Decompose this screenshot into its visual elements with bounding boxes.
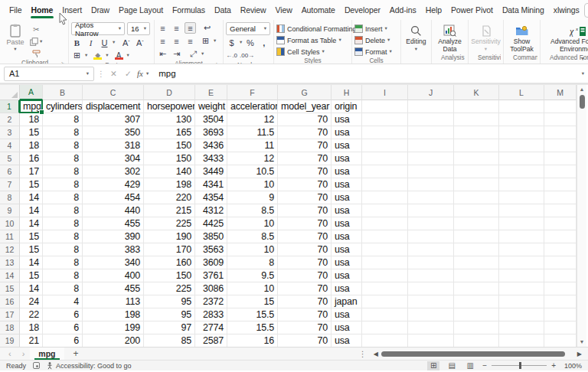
cell-B14[interactable]: 8: [43, 269, 83, 282]
tab-file[interactable]: File: [6, 0, 25, 20]
italic-button[interactable]: I: [85, 37, 96, 48]
cell-A1[interactable]: mpg: [20, 100, 43, 113]
cell-B4[interactable]: 8: [43, 139, 83, 152]
accessibility-status[interactable]: Accessibility: Good to go: [47, 362, 132, 370]
font-color-dropdown-chevron[interactable]: ▾: [127, 53, 129, 58]
cell-J10[interactable]: [408, 217, 454, 230]
row-header-5[interactable]: 5: [0, 152, 20, 165]
cell-E14[interactable]: 3761: [195, 269, 227, 282]
horizontal-scrollbar[interactable]: [381, 351, 574, 357]
cell-J1[interactable]: [408, 100, 454, 113]
cell-H14[interactable]: usa: [332, 269, 362, 282]
select-all-corner[interactable]: [0, 85, 20, 100]
enter-button[interactable]: ✓: [122, 69, 134, 78]
cell-E12[interactable]: 3563: [195, 243, 227, 256]
cell-F15[interactable]: 10: [227, 282, 278, 295]
cell-C6[interactable]: 302: [83, 165, 144, 178]
column-header-J[interactable]: J: [408, 85, 454, 100]
cell-D15[interactable]: 225: [144, 282, 195, 295]
cell-H8[interactable]: usa: [332, 191, 362, 204]
row-header-9[interactable]: 9: [0, 204, 20, 217]
cell-M16[interactable]: [544, 295, 577, 308]
sensitivity-button[interactable]: Sensitivity ▾: [471, 22, 501, 51]
cell-K4[interactable]: [454, 139, 499, 152]
tab-developer[interactable]: Developer: [341, 0, 384, 20]
cell-H15[interactable]: usa: [332, 282, 362, 295]
cell-L12[interactable]: [499, 243, 544, 256]
cell-J11[interactable]: [408, 230, 454, 243]
row-header-4[interactable]: 4: [0, 139, 20, 152]
cell-J19[interactable]: [408, 334, 454, 347]
cell-E9[interactable]: 4312: [195, 204, 227, 217]
increase-decimal-button[interactable]: ←.0: [226, 50, 237, 61]
cell-B17[interactable]: 6: [43, 308, 83, 321]
cell-I4[interactable]: [362, 139, 408, 152]
cell-M11[interactable]: [544, 230, 577, 243]
cell-E4[interactable]: 3436: [195, 139, 227, 152]
cell-K8[interactable]: [454, 191, 499, 204]
cell-C7[interactable]: 429: [83, 178, 144, 191]
cell-G17[interactable]: 70: [278, 308, 332, 321]
cell-M15[interactable]: [544, 282, 577, 295]
cell-M3[interactable]: [544, 126, 577, 139]
row-header-19[interactable]: 19: [0, 334, 20, 347]
alignment-dialog-launcher[interactable]: ↘: [215, 60, 220, 64]
cell-I1[interactable]: [362, 100, 408, 113]
cell-C2[interactable]: 307: [83, 113, 144, 126]
tab-view[interactable]: View: [273, 0, 296, 20]
zoom-out-button[interactable]: −: [482, 361, 487, 370]
cell-B19[interactable]: 6: [43, 334, 83, 347]
cell-J16[interactable]: [408, 295, 454, 308]
cell-I14[interactable]: [362, 269, 408, 282]
cell-E2[interactable]: 3504: [195, 113, 227, 126]
cell-J4[interactable]: [408, 139, 454, 152]
horizontal-scroll-thumb[interactable]: [381, 351, 565, 357]
cell-M13[interactable]: [544, 256, 577, 269]
cell-D16[interactable]: 95: [144, 295, 195, 308]
cell-A7[interactable]: 15: [20, 178, 43, 191]
cell-A4[interactable]: 18: [20, 139, 43, 152]
cell-B13[interactable]: 8: [43, 256, 83, 269]
name-box[interactable]: A1▾: [4, 67, 94, 81]
cell-G6[interactable]: 70: [278, 165, 332, 178]
cell-B1[interactable]: cylinders: [43, 100, 83, 113]
tab-review[interactable]: Review: [237, 0, 270, 20]
cell-L15[interactable]: [499, 282, 544, 295]
cell-K15[interactable]: [454, 282, 499, 295]
row-header-8[interactable]: 8: [0, 191, 20, 204]
insert-function-chevron[interactable]: ▾: [146, 71, 149, 77]
cell-K13[interactable]: [454, 256, 499, 269]
column-header-H[interactable]: H: [332, 85, 362, 100]
cell-I10[interactable]: [362, 217, 408, 230]
cell-J6[interactable]: [408, 165, 454, 178]
cell-A16[interactable]: 24: [20, 295, 43, 308]
cell-H16[interactable]: japan: [332, 295, 362, 308]
format-as-table-button[interactable]: Format as Table▾: [276, 35, 361, 45]
cell-M7[interactable]: [544, 178, 577, 191]
cell-J17[interactable]: [408, 308, 454, 321]
cell-F16[interactable]: 15: [227, 295, 278, 308]
cell-E5[interactable]: 3433: [195, 152, 227, 165]
cell-K16[interactable]: [454, 295, 499, 308]
comma-style-button[interactable]: ,: [258, 37, 270, 48]
cell-M9[interactable]: [544, 204, 577, 217]
cell-K17[interactable]: [454, 308, 499, 321]
cell-H4[interactable]: usa: [332, 139, 362, 152]
cell-D9[interactable]: 215: [144, 204, 195, 217]
row-header-10[interactable]: 10: [0, 217, 20, 230]
cell-K5[interactable]: [454, 152, 499, 165]
cell-K12[interactable]: [454, 243, 499, 256]
cell-K19[interactable]: [454, 334, 499, 347]
tab-draw[interactable]: Draw: [88, 0, 113, 20]
cell-F1[interactable]: acceleration: [227, 100, 278, 113]
row-header-3[interactable]: 3: [0, 126, 20, 139]
zoom-slider-thumb[interactable]: [519, 362, 521, 369]
insert-cells-button[interactable]: Insert▾: [354, 24, 392, 34]
cell-L3[interactable]: [499, 126, 544, 139]
cell-M4[interactable]: [544, 139, 577, 152]
align-top-button[interactable]: ≡: [157, 22, 168, 34]
fill-color-dropdown-chevron[interactable]: ▾: [106, 53, 108, 58]
cell-A3[interactable]: 15: [20, 126, 43, 139]
cell-G1[interactable]: model_year: [278, 100, 332, 113]
cell-L10[interactable]: [499, 217, 544, 230]
